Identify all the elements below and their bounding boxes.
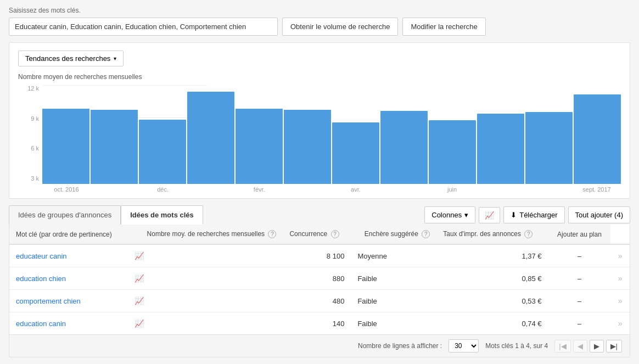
bar-group bbox=[42, 109, 89, 184]
trend-icon[interactable]: 📈 bbox=[134, 274, 144, 283]
download-button[interactable]: ⬇ Télécharger bbox=[503, 206, 564, 223]
cell-add[interactable]: » bbox=[610, 267, 630, 290]
cell-competition: Faible bbox=[351, 267, 436, 290]
col-keyword: Mot clé (par ordre de pertinence) bbox=[9, 225, 128, 244]
columns-label: Colonnes bbox=[431, 211, 462, 219]
bar-group bbox=[139, 120, 186, 184]
table-header-row: Mot clé (par ordre de pertinence) Nombre… bbox=[9, 225, 630, 244]
add-icon[interactable]: » bbox=[618, 274, 623, 283]
tabs-toolbar: Idées de groupes d'annonces Idées de mot… bbox=[9, 205, 630, 225]
columns-arrow-icon: ▾ bbox=[464, 211, 468, 219]
cell-searches: 880 bbox=[283, 267, 351, 290]
x-label bbox=[524, 186, 573, 193]
chart-view-button[interactable]: 📈 bbox=[479, 207, 500, 223]
add-icon[interactable]: » bbox=[618, 251, 623, 260]
cell-searches: 8 100 bbox=[283, 244, 351, 267]
tab-keywords[interactable]: Idées de mots clés bbox=[121, 205, 203, 225]
columns-button[interactable]: Colonnes ▾ bbox=[424, 206, 475, 223]
tabs: Idées de groupes d'annonces Idées de mot… bbox=[9, 205, 203, 225]
table-container: Mot clé (par ordre de pertinence) Nombre… bbox=[9, 225, 630, 357]
cell-add[interactable]: » bbox=[610, 312, 630, 335]
bid-help-icon[interactable]: ? bbox=[422, 230, 430, 238]
keyword-link[interactable]: education canin bbox=[16, 320, 66, 328]
bar-group bbox=[429, 120, 476, 184]
get-volume-button[interactable]: Obtenir le volume de recherche bbox=[282, 18, 398, 36]
bar-group bbox=[332, 122, 379, 184]
cell-keyword: educateur canin bbox=[9, 244, 128, 267]
x-label bbox=[283, 186, 332, 193]
cell-keyword: comportement chien bbox=[9, 290, 128, 312]
cell-impr-rate: – bbox=[548, 267, 611, 290]
bar bbox=[477, 114, 524, 184]
chart-dropdown[interactable]: Tendances des recherches ▾ bbox=[18, 51, 124, 66]
bar bbox=[139, 120, 186, 184]
add-icon[interactable]: » bbox=[618, 296, 623, 305]
bar bbox=[187, 92, 234, 184]
bar-group bbox=[574, 94, 621, 184]
bar-group bbox=[525, 112, 573, 184]
lines-select[interactable]: 30 50 100 bbox=[449, 339, 479, 352]
trend-icon[interactable]: 📈 bbox=[134, 296, 144, 305]
prev-page-button[interactable]: ◀ bbox=[573, 340, 587, 352]
range-label: Mots clés 1 à 4, sur 4 bbox=[485, 342, 548, 350]
table-row: comportement chien 📈 480 Faible 0,53 € –… bbox=[9, 290, 630, 312]
x-labels: oct. 2016déc.févr.avr.juinsept. 2017 bbox=[18, 186, 621, 193]
chart-bars bbox=[18, 85, 621, 184]
trend-icon[interactable]: 📈 bbox=[134, 319, 144, 328]
cell-add[interactable]: » bbox=[610, 244, 630, 267]
x-label bbox=[380, 186, 428, 193]
cell-competition: Faible bbox=[351, 312, 436, 335]
bar bbox=[91, 110, 138, 184]
add-all-button[interactable]: Tout ajouter (4) bbox=[568, 206, 630, 223]
keywords-table: Mot clé (par ordre de pertinence) Nombre… bbox=[9, 225, 630, 334]
table-footer: Nombre de lignes à afficher : 30 50 100 … bbox=[9, 334, 630, 357]
keyword-link[interactable]: comportement chien bbox=[16, 297, 81, 305]
x-label: avr. bbox=[332, 186, 380, 193]
col-searches: Nombre moy. de recherches mensuelles ? bbox=[128, 225, 283, 244]
bar-group bbox=[380, 111, 428, 184]
download-icon: ⬇ bbox=[511, 211, 517, 219]
first-page-button[interactable]: |◀ bbox=[554, 340, 570, 352]
cell-keyword: education chien bbox=[9, 267, 128, 290]
chart-section: Tendances des recherches ▾ Nombre moyen … bbox=[9, 42, 630, 199]
bar bbox=[332, 122, 379, 184]
toolbar-right: Colonnes ▾ 📈 ⬇ Télécharger Tout ajouter … bbox=[424, 206, 630, 223]
col-impr-rate: Taux d'impr. des annonces ? bbox=[436, 225, 548, 244]
tab-groups[interactable]: Idées de groupes d'annonces bbox=[9, 205, 121, 225]
keyword-link[interactable]: education chien bbox=[16, 275, 66, 283]
bar bbox=[42, 109, 89, 184]
search-row: Obtenir le volume de recherche Modifier … bbox=[9, 18, 630, 36]
cell-searches: 480 bbox=[283, 290, 351, 312]
keyword-link[interactable]: educateur canin bbox=[16, 252, 67, 260]
trend-icon[interactable]: 📈 bbox=[134, 251, 144, 260]
last-page-button[interactable]: ▶| bbox=[606, 340, 622, 352]
hint-text: Saisissez des mots clés. bbox=[9, 7, 630, 14]
x-label: oct. 2016 bbox=[42, 186, 91, 193]
pagination: |◀ ◀ ▶ ▶| bbox=[554, 340, 622, 352]
table-row: education canin 📈 140 Faible 0,74 € – » bbox=[9, 312, 630, 335]
cell-bid: 0,74 € bbox=[436, 312, 548, 335]
bar-group bbox=[187, 92, 234, 184]
x-label bbox=[476, 186, 524, 193]
bar-group bbox=[477, 114, 524, 184]
bar-group bbox=[284, 110, 331, 184]
cell-keyword: education canin bbox=[9, 312, 128, 335]
lines-label: Nombre de lignes à afficher : bbox=[358, 342, 442, 350]
bar bbox=[525, 112, 573, 184]
impr-rate-help-icon[interactable]: ? bbox=[524, 230, 532, 238]
x-label: févr. bbox=[235, 186, 283, 193]
chart-title: Nombre moyen de recherches mensuelles bbox=[18, 73, 621, 81]
cell-bid: 1,37 € bbox=[436, 244, 548, 267]
bar bbox=[574, 94, 621, 184]
modify-search-button[interactable]: Modifier la recherche bbox=[402, 18, 485, 36]
add-icon[interactable]: » bbox=[618, 319, 623, 328]
searches-help-icon[interactable]: ? bbox=[268, 230, 276, 238]
competition-help-icon[interactable]: ? bbox=[331, 230, 339, 238]
cell-bid: 0,85 € bbox=[436, 267, 548, 290]
col-competition: Concurrence ? bbox=[283, 225, 351, 244]
cell-add[interactable]: » bbox=[610, 290, 630, 312]
next-page-button[interactable]: ▶ bbox=[590, 340, 604, 352]
bar-group bbox=[236, 109, 283, 184]
keywords-input[interactable] bbox=[9, 18, 278, 36]
bar bbox=[284, 110, 331, 184]
